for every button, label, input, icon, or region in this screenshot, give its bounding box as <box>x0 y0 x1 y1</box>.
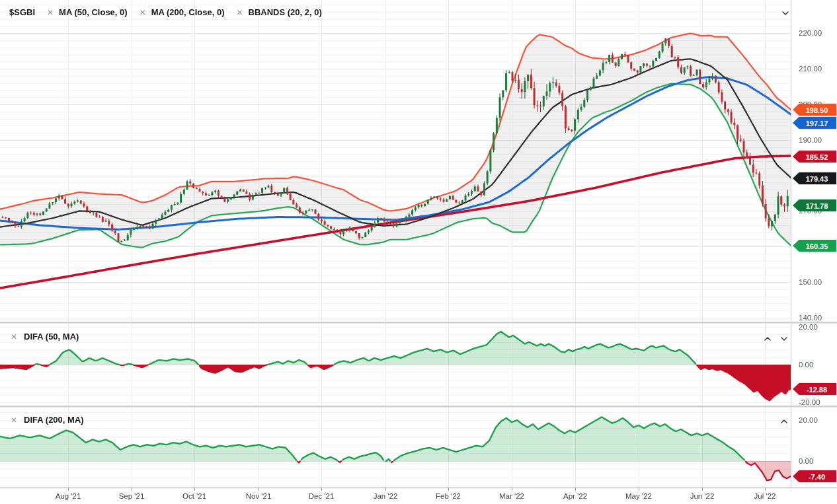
move-up-difa200-button[interactable] <box>778 415 790 427</box>
indicator-bbands: ✕ BBANDS (20, 2, 0) <box>236 7 321 17</box>
ma50-badge: 197.17 <box>793 117 836 129</box>
ma200-badge: 185.52 <box>793 151 836 163</box>
remove-difa50-icon[interactable]: ✕ <box>11 333 17 341</box>
y-axis-label: 150.00 <box>799 278 822 286</box>
indicator-ma50: ✕ MA (50, Close, 0) <box>47 7 128 17</box>
remove-ma200-icon[interactable]: ✕ <box>140 9 146 17</box>
move-up-difa50-button[interactable] <box>762 333 774 345</box>
bb-mid-badge: 179.43 <box>793 172 836 185</box>
remove-difa200-icon[interactable]: ✕ <box>11 416 17 424</box>
chevron-down-icon <box>781 9 790 18</box>
y-axis-label: 140.00 <box>799 314 822 322</box>
last-price-badge: 171.78 <box>793 199 836 212</box>
x-axis-label: May '22 <box>625 492 652 500</box>
collapse-difa50-button[interactable] <box>778 333 790 345</box>
y-axis-label: -20.00 <box>799 398 820 406</box>
chart-canvas[interactable] <box>0 0 837 504</box>
main-legend: $SGBI ✕ MA (50, Close, 0) ✕ MA (200, Clo… <box>9 7 322 17</box>
y-axis-label: 220.00 <box>799 29 822 37</box>
x-axis-label: Nov '21 <box>246 492 272 500</box>
y-axis-label: 190.00 <box>799 136 822 144</box>
y-axis-label: 210.00 <box>799 65 822 73</box>
bb-lower-badge: 160.35 <box>793 240 836 252</box>
y-axis-label: 0.00 <box>799 457 813 465</box>
indicator-ma200: ✕ MA (200, Close, 0) <box>140 7 225 17</box>
x-axis-label: Jul '22 <box>754 492 776 500</box>
x-axis-label: Aug '21 <box>56 492 81 500</box>
difa200-badge: -7.40 <box>793 470 836 483</box>
x-axis-label: Jan '22 <box>374 492 398 500</box>
x-axis-label: Sep '21 <box>119 492 145 500</box>
chevron-up-icon <box>779 417 789 426</box>
y-axis-label: 0.00 <box>799 361 813 369</box>
bb-upper-badge: 198.50 <box>793 104 836 116</box>
collapse-main-panel-button[interactable] <box>779 7 791 19</box>
symbol-label: $SGBI <box>9 7 35 17</box>
indicator-ma50-label: MA (50, Close, 0) <box>59 7 128 17</box>
indicator-ma200-label: MA (200, Close, 0) <box>151 7 225 17</box>
chart-application: $SGBI ✕ MA (50, Close, 0) ✕ MA (200, Clo… <box>0 0 837 504</box>
difa50-badge: -12.88 <box>793 383 836 396</box>
x-axis-label: Feb '22 <box>436 492 461 500</box>
chevron-down-icon <box>779 334 789 343</box>
remove-bbands-icon[interactable]: ✕ <box>236 9 243 17</box>
y-axis-label: 20.00 <box>799 416 818 424</box>
x-axis-label: Oct '21 <box>182 492 206 500</box>
chevron-up-icon <box>763 334 772 343</box>
difa200-header: ✕ DIFA (200, MA) <box>11 415 84 425</box>
x-axis-label: Jun '22 <box>690 492 715 500</box>
remove-ma50-icon[interactable]: ✕ <box>47 9 54 17</box>
difa50-header: ✕ DIFA (50, MA) <box>11 332 79 342</box>
difa50-title: DIFA (50, MA) <box>24 332 79 342</box>
indicator-bbands-label: BBANDS (20, 2, 0) <box>249 7 322 17</box>
y-axis-label: 20.00 <box>799 323 818 331</box>
x-axis-label: Apr '22 <box>563 492 587 500</box>
difa200-title: DIFA (200, MA) <box>24 415 84 425</box>
x-axis-label: Mar '22 <box>499 492 524 500</box>
x-axis-label: Dec '21 <box>309 492 335 500</box>
